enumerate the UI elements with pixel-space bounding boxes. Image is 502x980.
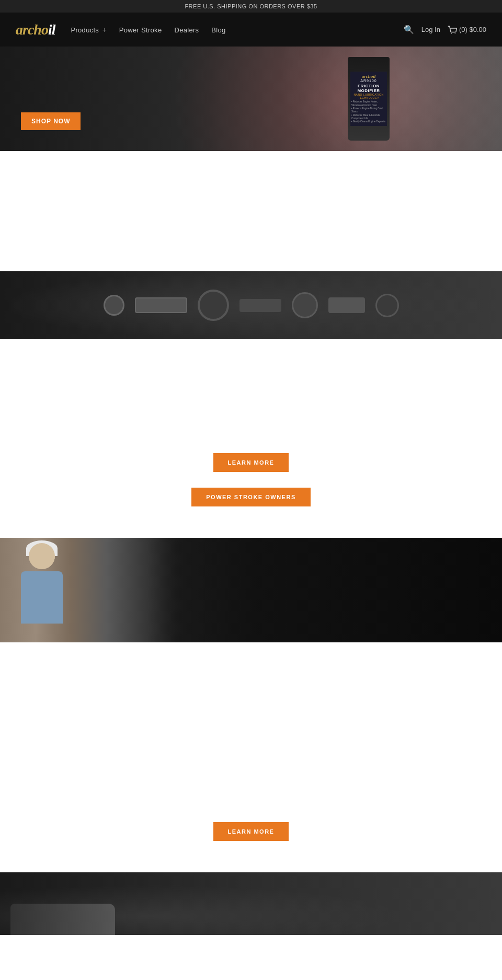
search-icon[interactable]: 🔍 [404, 25, 414, 34]
nav-link-power-stroke[interactable]: Power Stroke [119, 26, 162, 34]
product-label: archoil AR9100 FRICTION MODIFIER NANO LU… [350, 72, 387, 125]
hero-banner: archoil AR9100 FRICTION MODIFIER NANO LU… [0, 47, 502, 151]
shop-now-button[interactable]: SHOP NOW [21, 112, 81, 130]
login-link[interactable]: Log In [421, 26, 440, 33]
hero-product-area: archoil AR9100 FRICTION MODIFIER NANO LU… [329, 52, 408, 146]
learn-more-button-2[interactable]: LEARN MORE [213, 822, 289, 841]
product-bullets: • Reduces Engine Noise, Vibration & Fric… [351, 100, 386, 123]
hero-banner-bg [0, 47, 502, 151]
svg-point-1 [454, 33, 455, 34]
bottom-dark-section [0, 872, 502, 935]
engine-part-2 [198, 290, 229, 321]
hero-cta: SHOP NOW [21, 112, 81, 130]
jay-bg-dark [146, 538, 502, 642]
product-model: AR9100 [351, 79, 386, 83]
power-stroke-button[interactable]: POWER STROKE OWNERS [191, 488, 311, 506]
jay-banner [0, 538, 502, 642]
engine-decoration [0, 271, 502, 339]
navbar: archoil Products + Power Stroke Dealers … [0, 13, 502, 47]
engine-part-3 [292, 292, 318, 318]
white-section-2: LEARN MORE POWER STROKE OWNERS [0, 339, 502, 538]
nav-plus-icon: + [102, 26, 107, 34]
nav-right: 🔍 Log In (0) $0.00 [404, 25, 486, 34]
product-sub: NANO LUBRICATION TECHNOLOGY [351, 93, 386, 99]
logo[interactable]: archoil [16, 21, 55, 38]
engine-pipe-2 [239, 299, 281, 312]
nav-item-products[interactable]: Products + [71, 25, 106, 34]
cart-label: (0) $0.00 [459, 26, 486, 33]
learn-more-button-1[interactable]: LEARN MORE [213, 453, 289, 472]
person-body [21, 571, 63, 624]
logo-text: archoil [16, 21, 55, 38]
svg-point-0 [451, 33, 452, 34]
announcement-text: FREE U.S. SHIPPING ON ORDERS OVER $35 [185, 3, 317, 9]
white-section-3: LEARN MORE [0, 642, 502, 872]
product-name: FRICTION MODIFIER [351, 84, 386, 93]
vehicle-shape [10, 904, 115, 935]
cart-area[interactable]: (0) $0.00 [448, 26, 486, 34]
white-section-1 [0, 151, 502, 271]
nav-link-dealers[interactable]: Dealers [174, 26, 199, 34]
nav-item-dealers[interactable]: Dealers [174, 25, 199, 34]
cart-icon [448, 26, 457, 34]
vehicle-area [0, 893, 502, 935]
nav-link-blog[interactable]: Blog [211, 26, 225, 34]
product-bottle: archoil AR9100 FRICTION MODIFIER NANO LU… [348, 57, 390, 141]
engine-part-4 [375, 294, 399, 317]
nav-link-products[interactable]: Products [71, 26, 99, 34]
announcement-bar: FREE U.S. SHIPPING ON ORDERS OVER $35 [0, 0, 502, 13]
engine-part-1 [104, 295, 124, 316]
nav-item-power-stroke[interactable]: Power Stroke [119, 25, 162, 34]
person-face [29, 543, 55, 569]
engine-pipe-1 [135, 297, 187, 313]
engine-banner [0, 271, 502, 339]
person-head [29, 543, 55, 569]
person-silhouette [10, 543, 73, 637]
engine-pipe-3 [328, 297, 365, 313]
nav-links: Products + Power Stroke Dealers Blog [71, 25, 403, 34]
nav-item-blog[interactable]: Blog [211, 25, 225, 34]
product-brand: archoil [351, 74, 386, 79]
